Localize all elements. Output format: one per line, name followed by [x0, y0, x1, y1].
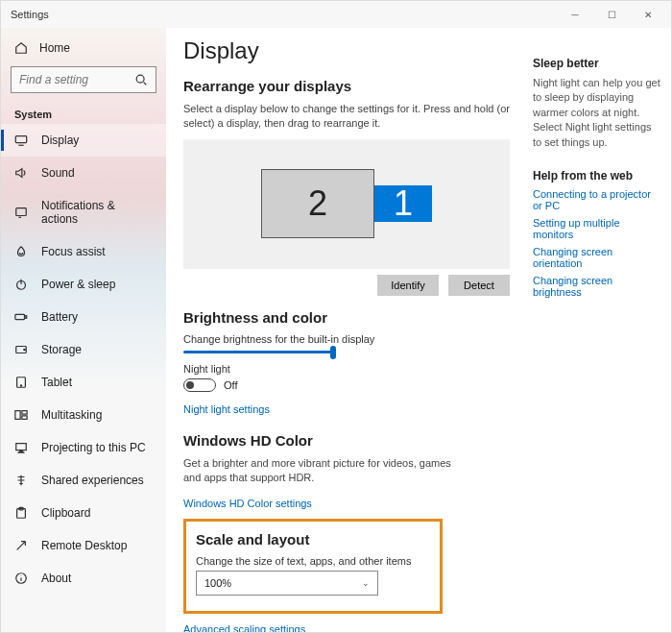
nav-label: Power & sleep	[41, 278, 115, 291]
rearrange-heading: Rearrange your displays	[183, 78, 508, 94]
titlebar: Settings ─ ☐ ✕	[1, 1, 671, 28]
nav-multitasking[interactable]: Multitasking	[1, 399, 166, 431]
scale-value: 100%	[204, 577, 231, 589]
svg-rect-13	[16, 444, 27, 450]
power-icon	[14, 278, 28, 291]
multitasking-icon	[14, 408, 28, 422]
monitor-2[interactable]: 2	[261, 169, 374, 238]
sleep-better-heading: Sleep better	[533, 57, 661, 70]
nav-notifications[interactable]: Notifications & actions	[1, 189, 166, 235]
info-pane: Sleep better Night light can help you ge…	[525, 28, 671, 632]
nav-storage[interactable]: Storage	[1, 333, 166, 366]
rearrange-desc: Select a display below to change the set…	[183, 102, 510, 132]
help-link-projector[interactable]: Connecting to a projector or PC	[533, 188, 661, 211]
help-link-monitors[interactable]: Setting up multiple monitors	[533, 217, 661, 240]
shared-icon	[14, 474, 28, 487]
nav-tablet[interactable]: Tablet	[1, 366, 166, 399]
nav-power[interactable]: Power & sleep	[1, 268, 166, 301]
svg-point-9	[20, 385, 21, 386]
scale-label: Change the size of text, apps, and other…	[196, 555, 430, 567]
chevron-down-icon: ⌄	[362, 578, 370, 588]
nav-battery[interactable]: Battery	[1, 301, 166, 333]
nav-label: Clipboard	[41, 506, 90, 520]
nightlight-label: Night light	[183, 363, 508, 375]
nav-label: Storage	[41, 343, 82, 356]
svg-rect-2	[16, 208, 27, 216]
nav-about[interactable]: About	[1, 562, 166, 595]
advanced-scaling-link[interactable]: Advanced scaling settings	[183, 623, 305, 632]
svg-point-7	[24, 349, 25, 350]
nav-clipboard[interactable]: Clipboard	[1, 497, 166, 529]
clipboard-icon	[14, 506, 28, 520]
svg-rect-12	[22, 416, 27, 420]
projecting-icon	[14, 441, 28, 454]
nav-label: Projecting to this PC	[41, 441, 146, 454]
search-icon	[134, 73, 148, 86]
search-box[interactable]	[11, 66, 156, 93]
home-icon	[14, 41, 28, 55]
battery-icon	[14, 310, 28, 324]
display-icon	[14, 134, 28, 147]
help-heading: Help from the web	[533, 169, 661, 183]
help-link-orientation[interactable]: Changing screen orientation	[533, 246, 661, 269]
identify-button[interactable]: Identify	[377, 275, 439, 296]
settings-window: Settings ─ ☐ ✕ Home System Display Sound…	[0, 0, 672, 633]
svg-rect-1	[15, 136, 26, 143]
nav-label: Remote Desktop	[41, 539, 127, 552]
svg-rect-5	[25, 316, 27, 319]
nav-display[interactable]: Display	[1, 124, 166, 157]
sidebar: Home System Display Sound Notifications …	[1, 28, 166, 632]
display-arrangement[interactable]: 2 1	[183, 139, 510, 269]
nav-label: About	[41, 572, 71, 585]
svg-rect-11	[22, 411, 27, 415]
help-link-brightness[interactable]: Changing screen brightness	[533, 275, 661, 298]
nav-label: Sound	[41, 166, 75, 180]
brightness-label: Change brightness for the built-in displ…	[183, 333, 508, 345]
sound-icon	[14, 166, 28, 180]
nightlight-state: Off	[224, 379, 237, 391]
scale-dropdown[interactable]: 100% ⌄	[196, 571, 378, 596]
nav-projecting[interactable]: Projecting to this PC	[1, 431, 166, 464]
hd-settings-link[interactable]: Windows HD Color settings	[183, 498, 312, 509]
content: Display Rearrange your displays Select a…	[166, 28, 525, 632]
hd-desc: Get a brighter and more vibrant picture …	[183, 456, 452, 486]
window-controls: ─ ☐ ✕	[558, 4, 665, 25]
nav-label: Notifications & actions	[41, 199, 153, 226]
brightness-heading: Brightness and color	[183, 309, 508, 326]
nav-label: Battery	[41, 310, 78, 324]
detect-button[interactable]: Detect	[448, 275, 510, 296]
svg-rect-10	[15, 411, 20, 420]
brightness-slider[interactable]	[183, 351, 332, 353]
focus-icon	[14, 245, 28, 258]
page-title: Display	[183, 37, 508, 64]
nav-sound[interactable]: Sound	[1, 157, 166, 189]
about-icon	[14, 572, 28, 585]
body: Home System Display Sound Notifications …	[1, 28, 671, 632]
nightlight-settings-link[interactable]: Night light settings	[183, 403, 270, 415]
nav-shared[interactable]: Shared experiences	[1, 464, 166, 497]
app-title: Settings	[7, 9, 49, 20]
storage-icon	[14, 343, 28, 356]
remote-icon	[14, 539, 28, 552]
hd-heading: Windows HD Color	[183, 432, 508, 449]
tablet-icon	[14, 376, 28, 389]
search-input[interactable]	[19, 73, 134, 86]
nav-focus[interactable]: Focus assist	[1, 235, 166, 268]
minimize-button[interactable]: ─	[558, 4, 592, 25]
nav-label: Tablet	[41, 376, 72, 389]
home-nav[interactable]: Home	[1, 34, 166, 62]
section-heading: System	[1, 103, 166, 124]
maximize-button[interactable]: ☐	[594, 4, 629, 25]
nav-list: Display Sound Notifications & actions Fo…	[1, 124, 166, 595]
close-button[interactable]: ✕	[631, 4, 665, 25]
nav-remote[interactable]: Remote Desktop	[1, 529, 166, 562]
nightlight-toggle[interactable]	[183, 378, 216, 392]
svg-point-0	[136, 75, 144, 83]
nav-label: Shared experiences	[41, 474, 144, 487]
scale-heading: Scale and layout	[196, 531, 430, 548]
monitor-1[interactable]: 1	[374, 185, 432, 222]
nav-label: Multitasking	[41, 408, 102, 422]
home-label: Home	[39, 41, 70, 55]
display-buttons: Identify Detect	[183, 275, 510, 296]
sleep-better-text: Night light can help you get to sleep by…	[533, 76, 661, 150]
